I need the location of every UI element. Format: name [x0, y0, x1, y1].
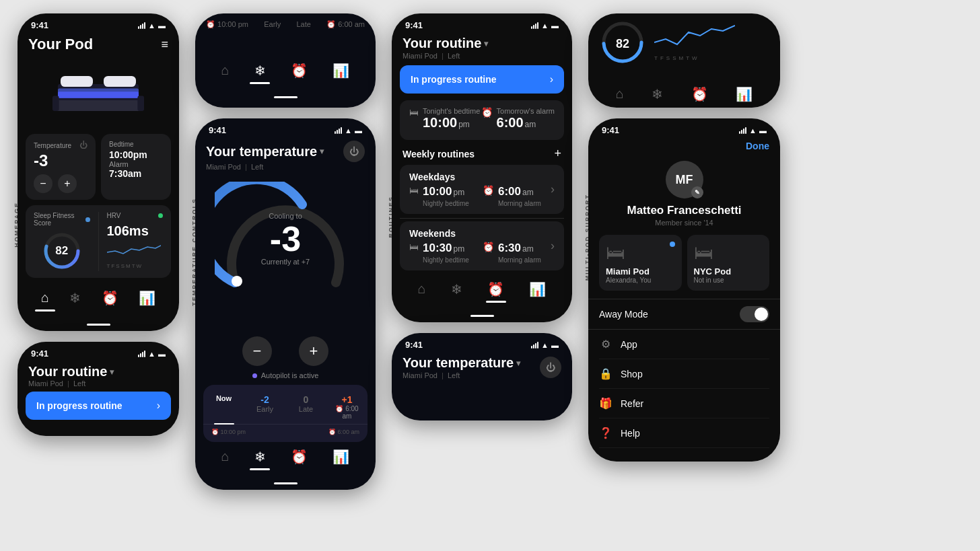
chart-icon-tp: 📊: [736, 86, 753, 102]
chevron-down-icon-small: ▾: [110, 367, 114, 377]
done-button[interactable]: Done: [746, 141, 769, 151]
temp-chevron-icon: ▾: [320, 147, 324, 156]
weekends-chevron-icon[interactable]: ›: [551, 239, 555, 253]
bed-image: [18, 59, 179, 126]
snowflake-icon-tp: ❄: [652, 86, 663, 102]
alarm-icon-2: ⏰: [291, 449, 308, 465]
schedule-times: ⏰ 10:00 pm ⏰ 6:00 am: [203, 425, 368, 437]
weekends-alarm-time: 6:30: [498, 242, 521, 255]
nav-stats-tp[interactable]: 📊: [736, 86, 753, 102]
nav-home-3[interactable]: ⌂: [418, 281, 426, 297]
routines-subtitle: Miami Pod | Left: [403, 52, 561, 60]
pod-active-indicator: [670, 242, 675, 247]
bottom-nav-top-partial: ⌂ ❄ ⏰ 📊: [588, 79, 780, 108]
add-routine-btn[interactable]: +: [554, 147, 561, 161]
alarm-icon-tp: ⏰: [691, 86, 708, 102]
status-bar-mp: 9:41 ▲ ▬: [588, 118, 780, 138]
nav-home-2[interactable]: ⌂: [221, 449, 230, 465]
wifi-icon-1: ▲: [148, 22, 155, 30]
nav-temp-1[interactable]: ❄: [69, 290, 81, 306]
weekly-section-header: Weekly routines +: [392, 144, 572, 165]
nav-alarm-3[interactable]: ⏰: [487, 281, 504, 297]
autopilot-row: Autopilot is active: [195, 371, 376, 379]
nav-alarm-2[interactable]: ⏰: [291, 449, 308, 465]
bottom-nav-2: ⌂ ❄ ⏰ 📊: [195, 442, 376, 478]
top-chart-days: TFSSMTW: [654, 55, 769, 61]
routines-chevron-icon: ▾: [484, 39, 488, 48]
hrv-dot: [158, 213, 163, 218]
nav-stats-3[interactable]: 📊: [529, 281, 546, 297]
menu-item-help[interactable]: ❓ Help: [599, 418, 769, 448]
status-bar-2: 9:41 ▲ ▬: [195, 118, 376, 138]
nav-temp-p[interactable]: ❄: [254, 63, 266, 79]
temp-header: Your temperature ▾ ⏻ Miami Pod | Left: [195, 138, 376, 175]
signal-icon-4: [138, 351, 145, 357]
power-button[interactable]: ⏻: [343, 141, 365, 162]
menu-item-refer[interactable]: 🎁 Refer: [599, 389, 769, 418]
away-mode-toggle[interactable]: [740, 306, 769, 322]
schedule-tab-plus1[interactable]: +1 ⏰ 6:00 am: [326, 390, 368, 424]
phone-routines-small: 9:41 ▲ ▬ Your routine ▾ Miami Pod |: [18, 342, 179, 436]
nav-alarm-tp[interactable]: ⏰: [691, 86, 708, 102]
power-btn-small[interactable]: ⏻: [540, 357, 561, 378]
tonight-bedtime-label: Tonight's bedtime: [423, 107, 480, 115]
alarm-value: 7:30am: [109, 168, 163, 179]
temp-increase-btn[interactable]: +: [58, 174, 77, 193]
in-progress-btn[interactable]: In progress routine ›: [400, 65, 564, 94]
temp-decrease-btn[interactable]: −: [34, 174, 53, 193]
alarm-icon-3: ⏰: [487, 281, 504, 297]
score-value: 82: [55, 244, 68, 258]
time-start-partial: ⏰ 10:00 pm: [206, 20, 248, 29]
schedule-tab-early[interactable]: -2 Early: [244, 390, 285, 424]
nav-alarm-p[interactable]: ⏰: [291, 63, 308, 79]
routine-divider-1: [400, 218, 564, 219]
temperature-stepper: − +: [34, 174, 88, 193]
now-label: Now: [207, 394, 240, 402]
phone-multipod-top-partial: 82 TFSSMTW ⌂ ❄ ⏰: [588, 13, 780, 108]
signal-icon-mp: [739, 127, 746, 134]
menu-button[interactable]: ≡: [161, 38, 168, 52]
weekdays-alarm-time: 6:00: [498, 185, 521, 198]
schedule-tab-late[interactable]: 0 Late: [285, 390, 326, 424]
nav-stats-1[interactable]: 📊: [139, 290, 155, 306]
dial-decrease-btn[interactable]: −: [242, 336, 272, 366]
bed-icon-weekends: 🛏: [409, 242, 419, 252]
nav-alarm-1[interactable]: ⏰: [102, 290, 118, 306]
hrv-chart: [107, 239, 161, 259]
svg-point-10: [232, 276, 242, 287]
alarm-icon-1: ⏰: [102, 290, 118, 306]
weekends-card: Weekends 🛏 10:30 pm Nightly bedtime: [400, 221, 564, 270]
nav-home-1[interactable]: ⌂: [41, 290, 49, 306]
schedule-early-partial: Early: [264, 20, 281, 29]
time-end-partial: ⏰ 6:00 am: [326, 20, 365, 29]
edit-icon[interactable]: ✎: [691, 186, 703, 198]
phone-temp-bottom-partial: 9:41 ▲ ▬ Your temperature ▾ Mia: [392, 333, 572, 420]
menu-item-shop[interactable]: 🔒 Shop: [599, 359, 769, 389]
svg-rect-6: [53, 96, 59, 111]
bottom-nav-1: ⌂ ❄ ⏰ 📊: [18, 283, 179, 320]
menu-item-app[interactable]: ⚙ App: [599, 330, 769, 359]
nav-stats-p[interactable]: 📊: [332, 63, 349, 79]
dial-increase-btn[interactable]: +: [299, 336, 328, 366]
schedule-tab-now[interactable]: Now: [203, 390, 244, 424]
power-icon-temp[interactable]: ⏻: [79, 141, 88, 150]
weekdays-label: Weekdays: [409, 172, 551, 182]
nav-home-tp[interactable]: ⌂: [616, 86, 624, 102]
tomorrow-alarm-label: Tomorrow's alarm: [497, 107, 555, 115]
status-icons-3: ▲ ▬: [531, 22, 559, 30]
nav-stats-2[interactable]: 📊: [332, 449, 349, 465]
nav-temp-3[interactable]: ❄: [451, 281, 462, 297]
nyc-pod-card[interactable]: 🛏 NYC Pod Not in use: [687, 235, 770, 291]
phone-homepage: 9:41 ▲ ▬ Your Pod ≡: [18, 13, 179, 331]
nav-temp-2[interactable]: ❄: [254, 449, 266, 465]
temp-title-small: Your temperature ▾: [403, 355, 520, 371]
menu-shop-label: Shop: [621, 369, 643, 379]
in-progress-btn-small[interactable]: In progress routine ›: [26, 392, 171, 420]
weekdays-chevron-icon[interactable]: ›: [551, 182, 555, 196]
nav-temp-tp[interactable]: ❄: [652, 86, 663, 102]
miami-pod-card[interactable]: 🛏 Miami Pod Alexandra, You: [599, 235, 682, 291]
multipod-header: Done: [588, 138, 780, 155]
schedule-late-partial: Late: [296, 20, 310, 29]
nav-home-p[interactable]: ⌂: [221, 63, 230, 79]
menu-refer-label: Refer: [621, 398, 643, 409]
